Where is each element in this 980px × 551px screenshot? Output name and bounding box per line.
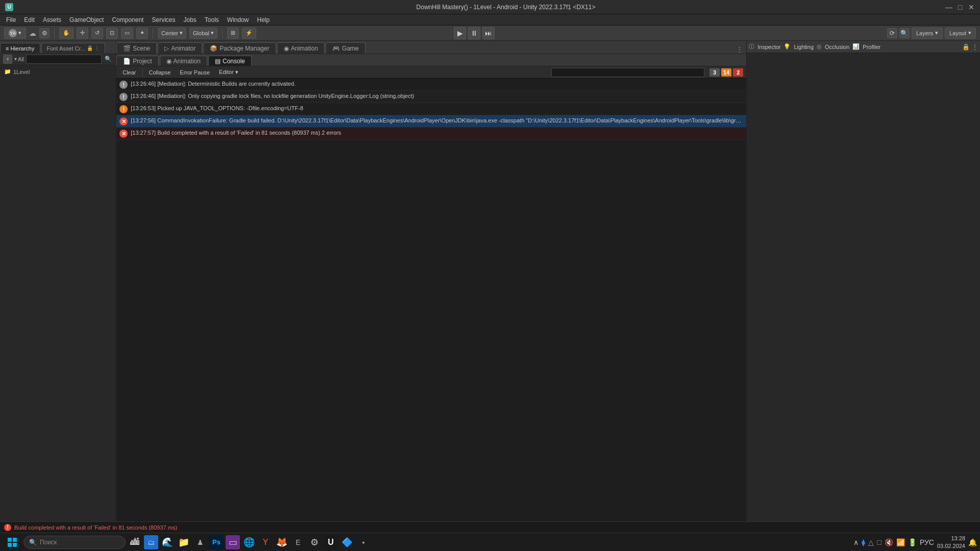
- taskbar-settings-icon[interactable]: ⚙: [307, 535, 322, 549]
- error-pause-button[interactable]: Error Pause: [177, 68, 213, 77]
- tab-game[interactable]: 🎮 Game: [326, 42, 365, 54]
- minimize-button[interactable]: —: [945, 4, 952, 11]
- console-search-input[interactable]: [551, 68, 704, 77]
- menu-component[interactable]: Component: [108, 15, 148, 24]
- network-icon[interactable]: 📶: [896, 538, 905, 546]
- tab-hierarchy[interactable]: ≡ Hierarchy: [0, 43, 40, 53]
- grid-button[interactable]: ⊞: [227, 28, 239, 39]
- play-button[interactable]: ▶: [454, 27, 466, 39]
- transform-tool-scale[interactable]: ⊡: [106, 28, 118, 39]
- lock-right-icon[interactable]: 🔒: [962, 43, 970, 51]
- menu-edit[interactable]: Edit: [20, 15, 39, 24]
- transform-tool-rect[interactable]: ▭: [121, 28, 133, 39]
- taskbar-unity-icon[interactable]: U: [324, 535, 338, 549]
- chevron-up-icon[interactable]: ∧: [853, 538, 859, 546]
- console-tabs-row: 📄 Project ◉ Animation ▤ Console: [116, 54, 746, 66]
- taskbar-search[interactable]: 🔍 Поиск: [23, 536, 126, 549]
- taskbar-city-icon[interactable]: 🏙: [128, 535, 142, 549]
- hierarchy-search-icon[interactable]: 🔍: [104, 55, 113, 64]
- tab-animation[interactable]: ◉ Animation: [277, 42, 325, 54]
- maximize-button[interactable]: □: [957, 4, 964, 11]
- lang-indicator[interactable]: РУС: [920, 538, 934, 546]
- log-entry-1[interactable]: ! [13:26:46] [Mediation]: Deterministic …: [116, 79, 746, 91]
- status-bar: ! Build completed with a result of 'Fail…: [0, 521, 980, 533]
- tray-icon-1[interactable]: △: [868, 538, 874, 546]
- snap-button[interactable]: ⚡: [242, 28, 256, 39]
- clear-button[interactable]: Clear: [119, 68, 139, 77]
- menu-services[interactable]: Services: [148, 15, 179, 24]
- taskbar-ps-icon[interactable]: Ps: [209, 535, 224, 549]
- tab-project[interactable]: 📄 Project: [116, 56, 158, 66]
- taskbar-yandex-icon[interactable]: Y: [258, 535, 273, 549]
- center-pivot-button[interactable]: Center ▾: [158, 28, 186, 39]
- taskbar-firefox-icon[interactable]: 🦊: [275, 535, 289, 549]
- error-badge[interactable]: 2: [733, 68, 743, 77]
- history-icon[interactable]: ⟳: [887, 28, 897, 38]
- cloud-icon[interactable]: ☁: [29, 29, 36, 37]
- transform-tool-hand[interactable]: ✋: [59, 28, 74, 39]
- log-entry-3[interactable]: ! [13:26:53] Picked up JAVA_TOOL_OPTIONS…: [116, 103, 746, 115]
- lighting-tab[interactable]: Lighting: [791, 42, 817, 52]
- search-icon[interactable]: 🔍: [899, 28, 910, 38]
- add-hierarchy-button[interactable]: +: [3, 55, 12, 64]
- taskbar-vscode-icon[interactable]: 🔷: [340, 535, 354, 549]
- menu-file[interactable]: File: [2, 15, 20, 24]
- menu-window[interactable]: Window: [223, 15, 253, 24]
- taskbar-files-icon[interactable]: 📁: [177, 535, 191, 549]
- inspector-panel-icon: ⓘ: [749, 43, 754, 51]
- inspector-tab[interactable]: Inspector: [754, 42, 783, 52]
- taskbar-terminal-icon[interactable]: ▪: [356, 535, 371, 549]
- collapse-button[interactable]: Collapse: [146, 68, 174, 77]
- menu-jobs[interactable]: Jobs: [179, 15, 200, 24]
- notification-icon[interactable]: 🔔: [968, 538, 977, 546]
- info-badge[interactable]: 3: [709, 68, 720, 77]
- editor-button[interactable]: Editor ▾: [216, 68, 241, 77]
- battery-icon[interactable]: 🔋: [908, 538, 917, 546]
- taskbar-explorer-icon[interactable]: 🗂: [144, 535, 158, 549]
- step-button[interactable]: ⏭: [482, 27, 495, 39]
- pause-button[interactable]: ⏸: [468, 27, 480, 39]
- menu-assets[interactable]: Assets: [39, 15, 65, 24]
- menu-tools[interactable]: Tools: [201, 15, 223, 24]
- warn-badge[interactable]: 14: [721, 68, 731, 77]
- tab-animation2[interactable]: ◉ Animation: [160, 56, 207, 66]
- layers-dropdown[interactable]: Layers ▾: [912, 28, 943, 39]
- menu-help[interactable]: Help: [253, 15, 274, 24]
- bluetooth-icon[interactable]: ⧫: [862, 538, 865, 546]
- taskbar-purple-icon[interactable]: ▭: [226, 535, 240, 549]
- speaker-icon[interactable]: 🔇: [885, 538, 893, 546]
- account-label: ▾: [18, 30, 21, 36]
- start-button[interactable]: [3, 535, 21, 549]
- close-button[interactable]: ✕: [968, 4, 975, 11]
- tab-package-manager[interactable]: 📦 Package Manager: [203, 42, 276, 54]
- hierarchy-search-input[interactable]: [26, 55, 102, 64]
- transform-tool-move[interactable]: ✛: [77, 28, 88, 39]
- taskbar-edge-icon[interactable]: 🌊: [160, 535, 175, 549]
- transform-tool-all[interactable]: ✦: [136, 28, 148, 39]
- tab-console[interactable]: ▤ Console: [208, 56, 252, 66]
- hierarchy-item-level[interactable]: 📁 1Level: [0, 67, 116, 76]
- log-entry-2[interactable]: ! [13:26:46] [Mediation]: Only copying g…: [116, 91, 746, 103]
- tab-font-asset[interactable]: Font Asset Cr... 🔒 ⋮: [41, 43, 105, 53]
- taskbar-clock[interactable]: 13:28 03.02.2024: [937, 535, 965, 549]
- tray-icon-2[interactable]: □: [877, 538, 881, 546]
- transform-tool-rotate[interactable]: ↺: [91, 28, 103, 39]
- settings-icon[interactable]: ⚙: [39, 28, 50, 38]
- taskbar-steam-icon[interactable]: ♟: [193, 535, 207, 549]
- taskbar-epic-icon[interactable]: E: [291, 535, 305, 549]
- menu-gameobject[interactable]: GameObject: [65, 15, 108, 24]
- view-options-icon[interactable]: ⋮: [736, 45, 746, 54]
- layout-dropdown[interactable]: Layout ▾: [945, 28, 976, 39]
- tab-scene[interactable]: 🎬 Scene: [116, 42, 157, 54]
- account-button[interactable]: YA ▾: [4, 28, 26, 39]
- options-icon: ⋮: [94, 45, 100, 51]
- log-entry-5[interactable]: ✕ [13:27:57] Build completed with a resu…: [116, 128, 746, 140]
- more-options-icon[interactable]: ⋮: [972, 43, 978, 51]
- profiler-tab[interactable]: Profiler: [860, 42, 884, 52]
- log-entry-4[interactable]: ✕ [13:27:56] CommandInvokationFailure: G…: [116, 115, 746, 128]
- occlusion-tab[interactable]: Occlusion: [822, 42, 852, 52]
- log-text-4: [13:27:56] CommandInvokationFailure: Gra…: [131, 117, 743, 124]
- taskbar-chrome-icon[interactable]: 🌐: [242, 535, 256, 549]
- tab-animator[interactable]: ▷ Animator: [158, 42, 202, 54]
- global-local-button[interactable]: Global ▾: [189, 28, 217, 39]
